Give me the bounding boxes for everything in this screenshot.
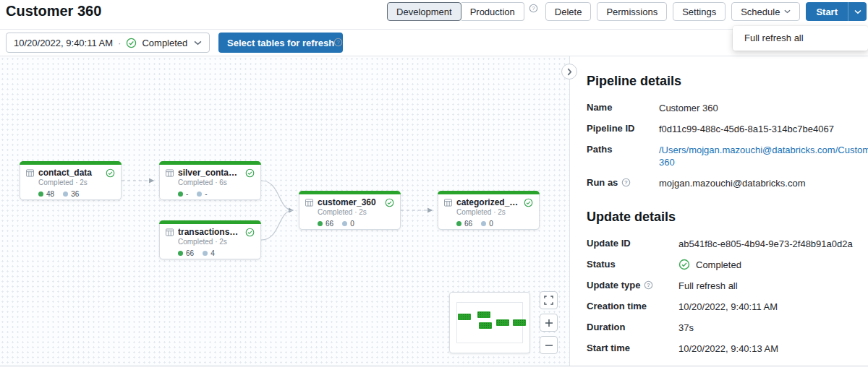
node-title: contact_data <box>38 168 101 178</box>
chevron-down-icon <box>854 9 861 14</box>
fit-screen-icon <box>544 296 553 305</box>
detail-label: Creation time <box>587 301 647 311</box>
top-bar: Customer 360 Development Production ? De… <box>0 0 868 30</box>
rows-written-value: 66 <box>326 220 333 228</box>
node-title: transactions_data <box>178 227 241 237</box>
production-button[interactable]: Production <box>461 2 524 21</box>
zoom-controls <box>540 291 558 354</box>
pipeline-node[interactable]: silver_contacts Completed · 6s - - <box>159 161 261 200</box>
detail-row: Start time ? 10/20/2022, 9:40:13 AM <box>587 338 856 359</box>
minimap-node <box>479 322 492 329</box>
dag-canvas[interactable]: contact_data Completed · 2s 48 36 silver… <box>0 56 569 366</box>
detail-row: Duration ? 37s <box>587 317 856 338</box>
permissions-button[interactable]: Permissions <box>597 2 667 21</box>
detail-value: Completed <box>696 259 741 271</box>
top-actions: Development Production ? Delete Permissi… <box>387 2 867 21</box>
pipeline-node[interactable]: categorized_trans... Completed · 2s 66 0 <box>438 191 540 230</box>
select-tables-button[interactable]: Select tables for refresh <box>218 33 343 53</box>
zoom-out-button[interactable] <box>540 336 558 354</box>
env-toggle: Development Production <box>387 2 524 21</box>
start-button[interactable]: Start <box>806 2 848 21</box>
detail-value: Full refresh all <box>678 280 738 292</box>
status-check-icon <box>678 259 690 270</box>
node-metrics: 48 36 <box>38 190 121 198</box>
rows-written-value: - <box>186 190 188 198</box>
detail-row: Pipeline ID ? f0d11c99-488c-45d6-8a15-31… <box>587 119 856 139</box>
detail-value: 10/20/2022, 9:40:11 AM <box>678 301 778 313</box>
node-status-text: Completed · 6s <box>178 178 260 186</box>
menu-item-full-refresh-all[interactable]: Full refresh all <box>733 29 868 48</box>
development-button[interactable]: Development <box>387 2 461 21</box>
detail-value: f0d11c99-488c-45d6-8a15-314bc7be4067 <box>659 123 834 135</box>
node-metrics: - - <box>178 190 260 198</box>
bottom-strip <box>0 366 868 383</box>
rows-written-dot <box>178 251 183 256</box>
expectations-dot <box>197 192 202 197</box>
schedule-button[interactable]: Schedule <box>731 2 800 21</box>
minus-icon <box>545 341 553 350</box>
svg-text:?: ? <box>532 5 535 12</box>
rows-written-dot <box>318 221 323 226</box>
table-icon <box>166 169 174 177</box>
rows-written-value: 48 <box>46 190 54 198</box>
detail-row: Creation time ? 10/20/2022, 9:40:11 AM <box>587 296 856 317</box>
node-title: customer_360 <box>318 197 380 207</box>
pipeline-node[interactable]: customer_360 Completed · 2s 66 0 <box>299 191 401 230</box>
expectations-dot <box>481 221 486 226</box>
schedule-label: Schedule <box>741 7 780 17</box>
table-icon <box>166 228 174 236</box>
minimap-node <box>513 319 526 326</box>
rows-written-dot <box>456 221 461 226</box>
chevron-down-icon <box>194 40 202 46</box>
svg-text:?: ? <box>647 282 651 288</box>
delete-button[interactable]: Delete <box>545 2 592 21</box>
detail-value: mojgan.mazouchi@databricks.com <box>659 177 806 189</box>
run-selector[interactable]: 10/20/2022, 9:40:11 AM · Completed <box>6 33 210 53</box>
detail-label: Update ID <box>587 238 631 249</box>
update-details-rows: Update ID ? ab541f8c-e805-4b94-9e73-2f48… <box>587 233 856 366</box>
pipeline-node[interactable]: contact_data Completed · 2s 48 36 <box>20 161 122 200</box>
table-icon <box>444 199 452 207</box>
start-split-button: Start <box>806 2 867 21</box>
node-check-icon <box>385 198 394 207</box>
rows-written-value: 66 <box>464 220 472 228</box>
collapse-panel-button[interactable] <box>561 64 577 79</box>
settings-button[interactable]: Settings <box>673 2 726 21</box>
pipeline-details-rows: Name ? Customer 360 Pipeline ID ? f0d11c… <box>587 98 856 194</box>
node-check-icon <box>245 228 255 237</box>
zoom-fit-button[interactable] <box>540 291 558 309</box>
detail-label: Run as <box>587 177 618 188</box>
minimap[interactable] <box>449 292 530 353</box>
detail-label: Pipeline ID <box>587 123 634 134</box>
node-status-text: Completed · 2s <box>178 238 260 246</box>
node-status-text: Completed · 2s <box>456 208 539 216</box>
node-status-text: Completed · 2s <box>38 178 121 186</box>
pipeline-node[interactable]: transactions_data Completed · 2s 66 4 <box>159 220 261 259</box>
pipeline-details-heading: Pipeline details <box>587 74 856 89</box>
run-status: Completed <box>142 38 187 48</box>
help-icon: ? <box>644 280 653 290</box>
detail-label: Start time <box>587 343 630 353</box>
detail-value: /Users/mojgan.mazouchi@databricks.com/Cu… <box>659 144 868 168</box>
minimap-node <box>496 319 509 326</box>
detail-label: Status <box>587 259 616 270</box>
detail-row: Paths ? /Users/mojgan.mazouchi@databrick… <box>587 139 856 173</box>
status-check-icon <box>126 38 137 48</box>
detail-label: Name <box>587 102 612 113</box>
zoom-in-button[interactable] <box>540 314 558 332</box>
detail-value: Customer 360 <box>659 102 718 114</box>
expectations-value: - <box>205 190 207 198</box>
node-status-text: Completed · 2s <box>318 208 400 216</box>
help-icon: ? <box>621 178 631 187</box>
node-title: categorized_trans... <box>456 197 519 207</box>
expectations-value: 0 <box>489 220 493 228</box>
minimap-node <box>477 311 490 318</box>
start-menu: Full refresh all <box>733 26 868 51</box>
svg-text:?: ? <box>336 39 340 46</box>
detail-row: Run as ? mojgan.mazouchi@databricks.com <box>587 173 856 194</box>
node-metrics: 66 4 <box>178 249 260 257</box>
start-caret-button[interactable] <box>848 2 867 21</box>
rows-written-dot <box>178 192 183 197</box>
separator: · <box>118 38 121 48</box>
node-title: silver_contacts <box>178 168 241 178</box>
